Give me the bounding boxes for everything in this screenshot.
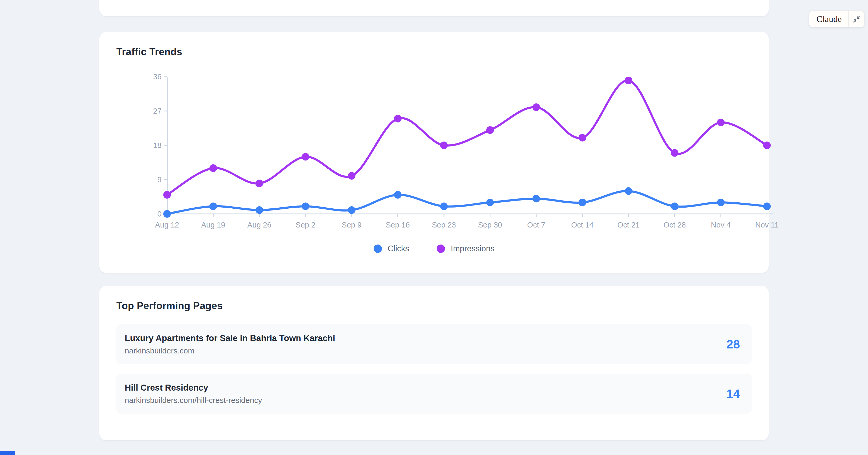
top-pages-card: Top Performing Pages Luxury Apartments f… — [99, 286, 769, 440]
traffic-chart: 09182736Aug 12Aug 19Aug 26Sep 2Sep 9Sep … — [116, 66, 752, 234]
page-row-url: narkinsbuilders.com/hill-crest-residency — [125, 396, 262, 405]
svg-text:Oct 7: Oct 7 — [527, 221, 545, 229]
traffic-trends-title: Traffic Trends — [116, 46, 752, 58]
page-row-text: Luxury Apartments for Sale in Bahria Tow… — [125, 333, 335, 355]
svg-text:Sep 16: Sep 16 — [386, 221, 410, 229]
previous-card-bottom-edge — [99, 0, 769, 16]
page-row-text: Hill Crest Residency narkinsbuilders.com… — [125, 383, 262, 405]
svg-text:Oct 14: Oct 14 — [571, 221, 593, 229]
legend-label: Impressions — [451, 244, 494, 253]
page-row-clicks-value: 28 — [726, 337, 740, 351]
legend-item-clicks: Clicks — [374, 244, 409, 253]
svg-text:9: 9 — [157, 175, 162, 184]
svg-text:18: 18 — [153, 141, 162, 149]
page-row-title: Luxury Apartments for Sale in Bahria Tow… — [125, 333, 335, 343]
chart-legend: ClicksImpressions — [116, 244, 752, 253]
svg-text:Sep 30: Sep 30 — [478, 221, 502, 229]
legend-item-impressions: Impressions — [437, 244, 494, 253]
svg-text:Sep 9: Sep 9 — [342, 221, 362, 229]
svg-text:0: 0 — [157, 210, 162, 218]
svg-text:Nov 4: Nov 4 — [711, 221, 731, 229]
svg-text:Aug 12: Aug 12 — [155, 221, 179, 229]
traffic-chart-area: 09182736Aug 12Aug 19Aug 26Sep 2Sep 9Sep … — [116, 66, 752, 234]
svg-text:Aug 26: Aug 26 — [247, 221, 271, 229]
legend-dot — [374, 245, 382, 253]
legend-label: Clicks — [388, 244, 409, 253]
page-row-clicks-value: 14 — [726, 387, 740, 401]
svg-text:36: 36 — [153, 73, 162, 81]
legend-dot — [437, 245, 445, 253]
collapse-icon — [852, 15, 860, 23]
top-pages-list: Luxury Apartments for Sale in Bahria Tow… — [116, 324, 752, 414]
collapse-button[interactable] — [849, 11, 864, 27]
top-pages-title: Top Performing Pages — [116, 300, 752, 312]
claude-badge-label: Claude — [809, 11, 848, 27]
svg-text:Sep 23: Sep 23 — [432, 221, 456, 229]
page-row-title: Hill Crest Residency — [125, 383, 262, 393]
traffic-trends-card: Traffic Trends 09182736Aug 12Aug 19Aug 2… — [99, 32, 769, 273]
svg-text:Aug 19: Aug 19 — [201, 221, 225, 229]
page-row-luxury-apartments[interactable]: Luxury Apartments for Sale in Bahria Tow… — [116, 324, 752, 364]
page-row-hill-crest[interactable]: Hill Crest Residency narkinsbuilders.com… — [116, 374, 752, 414]
svg-text:27: 27 — [153, 107, 162, 115]
page-row-url: narkinsbuilders.com — [125, 346, 335, 355]
svg-text:Sep 2: Sep 2 — [296, 221, 316, 229]
svg-text:Oct 28: Oct 28 — [663, 221, 686, 229]
bottom-blue-sliver — [0, 451, 15, 455]
claude-badge[interactable]: Claude — [809, 11, 864, 27]
svg-text:Oct 21: Oct 21 — [617, 221, 640, 229]
svg-text:Nov 11: Nov 11 — [755, 221, 779, 229]
dashboard-page: { "page": { "background": "#eff3f8" }, "… — [0, 0, 868, 455]
